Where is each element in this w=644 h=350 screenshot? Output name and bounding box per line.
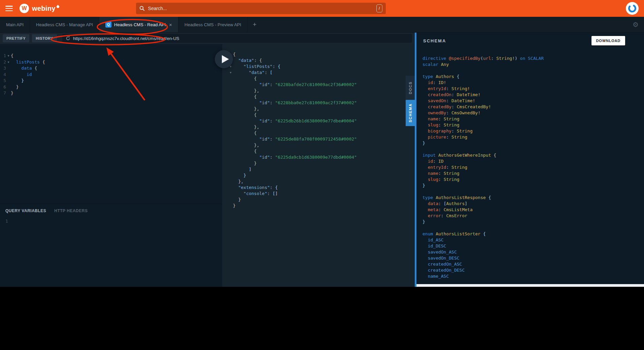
endpoint-url[interactable]: https://d16nhgqznszc7v.cloudfront.net/cm…: [73, 36, 179, 41]
code-line: {: [228, 76, 406, 82]
code-text: "console": []: [233, 191, 278, 197]
query-editor[interactable]: 1▾{2▾ listPosts {3 data {4 id5 }6 }7} QU…: [0, 44, 222, 287]
code-text: "id": "6225da9cb1d6380009e77dbd#0004": [233, 154, 357, 160]
tab-http-headers[interactable]: HTTP HEADERS: [54, 208, 88, 213]
tab-label: Headless CMS - Manage API: [36, 22, 93, 27]
code-text: meta: CmsListMeta: [422, 207, 473, 213]
fold-gutter: [228, 106, 233, 112]
code-line: id: ID: [422, 158, 644, 164]
code-text: {: [233, 112, 257, 118]
code-text: [422, 68, 425, 74]
fold-gutter: [6, 84, 11, 90]
download-schema-button[interactable]: DOWNLOAD: [591, 36, 625, 45]
code-line: meta: CmsListMeta: [422, 207, 644, 213]
code-text: },: [233, 179, 243, 185]
fold-gutter: [228, 100, 233, 106]
fold-icon[interactable]: ▾: [6, 59, 11, 66]
history-button[interactable]: HISTORY: [32, 34, 57, 42]
code-text: }: [422, 140, 425, 146]
code-line: scalar Any: [422, 62, 644, 68]
code-line: {: [228, 148, 406, 154]
code-text: type AuthorsListResponse {: [422, 195, 491, 201]
fold-gutter: [228, 203, 233, 209]
code-line: "id": "6225db26b1d6380009e77dbe#0004": [228, 118, 406, 124]
endpoint-url-field[interactable]: https://d16nhgqznszc7v.cloudfront.net/cm…: [62, 34, 412, 43]
fold-gutter: [228, 154, 233, 160]
tab-main-api[interactable]: Main API: [0, 17, 30, 32]
tab-headless-cms-manage-api[interactable]: Headless CMS - Manage API: [30, 17, 99, 32]
code-text: },: [233, 124, 259, 130]
playground-main: PRETTIFY HISTORY https://d16nhgqznszc7v.…: [0, 33, 644, 287]
code-line: slug: String: [422, 122, 644, 128]
schema-horizontal-scrollbar[interactable]: [416, 284, 644, 287]
add-tab-button[interactable]: +: [247, 17, 262, 32]
code-line: [422, 225, 644, 231]
code-line: slug: String: [422, 177, 644, 183]
schema-side-tab[interactable]: SCHEMA: [406, 100, 415, 126]
code-text: "id": "6228bafde27c810009ac2f36#0002": [233, 82, 357, 88]
fold-gutter: [228, 76, 233, 82]
code-text: "extensions": {: [233, 185, 278, 191]
app-window: W webiny / Main APIHeadless CMS - Manage…: [0, 0, 644, 350]
code-line: createdOn_ASC: [422, 261, 644, 267]
code-line: },: [228, 124, 406, 130]
schema-panel-title: SCHEMA: [423, 38, 446, 43]
execute-query-button[interactable]: [215, 50, 233, 68]
reload-icon[interactable]: [66, 36, 70, 41]
close-tab-icon[interactable]: ×: [169, 22, 172, 28]
line-number: 4: [0, 72, 6, 78]
code-text: savedOn_ASC: [422, 249, 457, 255]
tab-label: Headless CMS - Preview API: [184, 22, 241, 27]
variables-line-number: 1: [0, 219, 222, 224]
playground-left-column: PRETTIFY HISTORY https://d16nhgqznszc7v.…: [0, 33, 415, 287]
code-text: {: [233, 94, 257, 100]
user-avatar[interactable]: [626, 2, 639, 15]
code-text: id_ASC: [422, 237, 444, 243]
code-line: 4 id: [0, 72, 222, 78]
code-line: "id": "6225de88fa708f0009712458#0002": [228, 136, 406, 142]
fold-icon[interactable]: ▾: [228, 70, 233, 76]
tab-query-variables[interactable]: QUERY VARIABLES: [5, 208, 46, 213]
tab-label: Headless CMS - Read API: [114, 22, 166, 27]
fold-icon[interactable]: ▾: [6, 53, 11, 59]
code-text: id: ID!: [422, 80, 446, 86]
code-text: }: [233, 160, 257, 166]
code-line: }: [422, 183, 644, 189]
code-line: "console": []: [228, 191, 406, 197]
code-text: [422, 146, 425, 152]
code-text: id: [11, 72, 32, 78]
code-line: "id": "6225da9cb1d6380009e77dbd#0004": [228, 154, 406, 160]
prettify-button[interactable]: PRETTIFY: [3, 34, 29, 42]
fold-gutter: [228, 94, 233, 100]
code-line: ▾ "data": {: [228, 57, 406, 64]
top-header: W webiny /: [0, 0, 644, 17]
code-line: {: [228, 112, 406, 118]
code-text: },: [233, 88, 259, 94]
code-text: {: [233, 76, 257, 82]
editor-panes: 1▾{2▾ listPosts {3 data {4 id5 }6 }7} QU…: [0, 44, 415, 287]
hamburger-menu-icon[interactable]: [5, 6, 13, 11]
fold-gutter: [228, 88, 233, 94]
global-search[interactable]: /: [136, 3, 386, 14]
code-text: }: [233, 197, 241, 203]
line-number: 7: [0, 90, 6, 96]
code-line: "extensions": {: [228, 185, 406, 191]
docs-side-tab[interactable]: DOCS: [406, 76, 415, 100]
code-text: data {: [11, 65, 37, 72]
code-line: },: [228, 142, 406, 148]
search-input[interactable]: [148, 6, 376, 11]
code-text: }: [233, 203, 236, 209]
code-line: enum AuthorsListSorter {: [422, 231, 644, 237]
code-line: 6 }: [0, 84, 222, 90]
settings-gear-icon[interactable]: ⚙: [633, 17, 639, 32]
code-line: }: [228, 160, 406, 166]
code-line: type Authors {: [422, 74, 644, 80]
fold-gutter: [228, 172, 233, 179]
code-text: "id": "6225de88fa708f0009712458#0002": [233, 136, 357, 142]
code-text: ]: [233, 166, 251, 172]
results-viewer[interactable]: ▾{▾ "data": {▾ "listPosts": {▾ "data": […: [222, 44, 406, 287]
tab-headless-cms-read-api[interactable]: QHeadless CMS - Read API×: [99, 17, 178, 32]
tab-headless-cms-preview-api[interactable]: Headless CMS - Preview API: [178, 17, 247, 32]
code-line: }: [228, 203, 406, 209]
api-tab-bar: Main APIHeadless CMS - Manage APIQHeadle…: [0, 17, 644, 33]
